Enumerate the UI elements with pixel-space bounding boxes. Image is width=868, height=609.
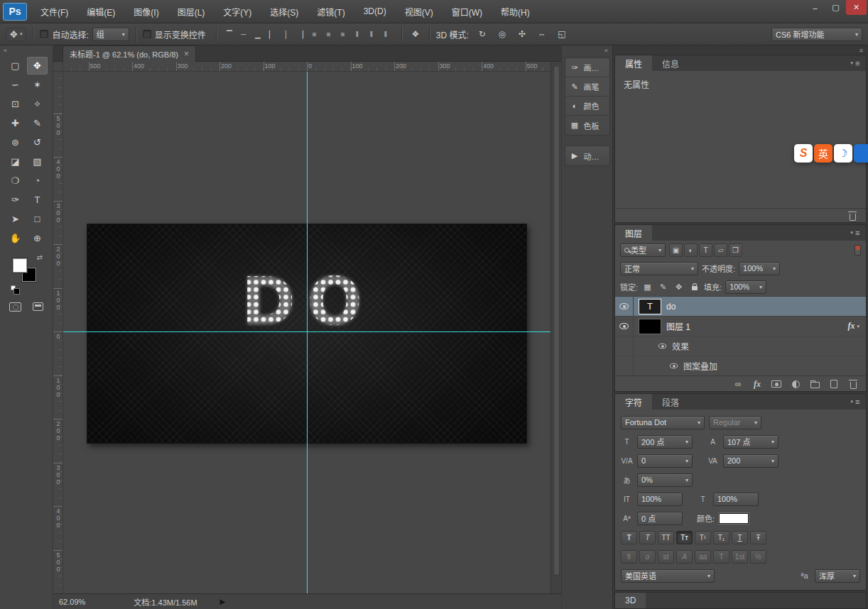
new-group-button[interactable] [810,378,820,390]
lock-position-icon[interactable]: ✥ [673,281,685,293]
adjustment-layer-button[interactable] [791,378,801,390]
layer-row-do[interactable]: T do [615,297,866,317]
distribute-vertical-centers-icon[interactable]: ≡ [322,28,335,40]
small-caps-button[interactable]: Tᴛ [676,531,693,544]
delete-layer-button[interactable] [848,378,858,390]
3d-scale-icon[interactable]: ◱ [555,28,569,40]
vertical-scale-field[interactable]: 100% [637,493,683,506]
layer-name[interactable]: do [666,302,676,312]
magic-wand-tool[interactable]: ✶ [27,76,48,94]
auto-select-dropdown[interactable]: 组 [92,28,129,41]
distribute-horizontal-centers-icon[interactable]: ‖ [365,28,378,40]
menu-help[interactable]: 帮助(H) [492,0,539,23]
type-tool[interactable]: T [27,191,48,209]
zoom-level-field[interactable]: 62.09% [59,598,85,606]
underline-button[interactable]: T [732,531,748,544]
3d-slide-icon[interactable]: ⇔ [535,28,549,40]
3d-rotate-icon[interactable]: ↻ [475,28,489,40]
language-dropdown[interactable]: 美国英语 [621,569,715,583]
crop-tool[interactable]: ⊡ [5,95,26,113]
gradient-tool[interactable]: ▧ [27,153,48,170]
align-vertical-centers-icon[interactable]: ─ [237,28,250,40]
filter-shape-layers-icon[interactable]: ▱ [714,243,727,257]
ad-logo-s[interactable]: S [794,144,813,163]
faux-bold-button[interactable]: T [621,531,637,544]
panel-menu-icon[interactable]: ≡ [845,55,866,71]
default-colors-icon[interactable] [11,285,16,290]
vertical-guide[interactable] [307,72,308,593]
layer-name[interactable]: 图层 1 [666,320,690,332]
filter-type-layers-icon[interactable]: T [699,243,712,257]
add-layer-mask-button[interactable] [771,378,781,390]
new-layer-button[interactable] [829,378,839,390]
all-caps-button[interactable]: TT [658,531,674,544]
align-right-edges-icon[interactable]: ▕ [294,28,307,40]
panel-button-swatches[interactable]: ▦ 色板 [565,116,609,135]
swash-button[interactable]: A [676,550,693,564]
lock-pixels-icon[interactable]: ✎ [657,281,669,293]
filter-adjustment-layers-icon[interactable]: ◐ [684,243,698,257]
opacity-dropdown[interactable]: 100% [739,262,780,275]
vertical-scrollbar[interactable] [550,62,561,593]
menu-window[interactable]: 窗口(W) [443,0,492,23]
foreground-color-swatch[interactable] [13,258,27,273]
visibility-toggle[interactable] [615,317,634,336]
zoom-tool[interactable]: ⊕ [27,229,48,247]
tab-paragraph[interactable]: 段落 [652,394,689,410]
align-left-edges-icon[interactable]: ▏ [266,28,278,40]
tab-3d[interactable]: 3D [615,593,646,608]
visibility-toggle[interactable] [615,297,634,316]
canvas-viewport[interactable]: DO DO [63,72,550,593]
distribute-top-edges-icon[interactable]: ≡ [308,28,321,40]
rectangle-tool[interactable]: □ [27,210,48,228]
3d-drag-icon[interactable]: ✣ [515,28,529,40]
font-size-dropdown[interactable]: 200 点 [637,435,693,449]
effects-row[interactable]: 效果 [615,336,866,356]
panel-menu-icon[interactable]: ≡ [845,225,866,241]
document-tab[interactable]: 未标题-1 @ 62.1% (do, RGB/8) × [63,45,196,62]
eraser-tool[interactable]: ◪ [5,153,26,170]
text-color-swatch[interactable] [719,513,749,524]
menu-edit[interactable]: 编辑(E) [77,0,124,23]
path-selection-tool[interactable]: ➤ [5,210,26,228]
menu-file[interactable]: 文件(F) [31,0,77,23]
horizontal-ruler[interactable]: 5004003002001000100200300400500 [63,62,550,72]
ad-clipped-icon[interactable] [854,144,868,163]
menu-type[interactable]: 文字(Y) [214,0,261,23]
eyedropper-tool[interactable]: ✧ [27,95,48,113]
lasso-tool[interactable]: ∽ [5,76,26,94]
horizontal-scale-field[interactable]: 100% [713,493,759,506]
lock-all-icon[interactable] [688,281,700,293]
filter-pixel-layers-icon[interactable]: ▣ [669,243,683,257]
pattern-overlay-visibility-icon[interactable] [670,363,678,369]
filter-smart-objects-icon[interactable]: ❒ [729,243,742,257]
layer-style-button[interactable]: fx [752,378,762,390]
vertical-ruler[interactable]: 5004003002001000100200300400500 [53,72,63,593]
3d-roll-icon[interactable]: ◎ [495,28,509,40]
align-horizontal-centers-icon[interactable]: │ [280,28,293,40]
menu-3d[interactable]: 3D(D) [354,0,396,23]
scrollbar-thumb[interactable] [553,65,560,576]
ordinals-button[interactable]: 1st [732,550,748,564]
menu-image[interactable]: 图像(I) [124,0,168,23]
anti-alias-dropdown[interactable]: 浑厚 [815,569,860,583]
menu-layer[interactable]: 图层(L) [168,0,215,23]
quick-mask-icon[interactable] [9,302,21,312]
tab-character[interactable]: 字符 [615,394,652,410]
panel-menu-icon[interactable]: ≡ [845,394,866,410]
blend-mode-dropdown[interactable]: 正常 [620,262,698,275]
hand-tool[interactable]: ✋ [5,229,26,247]
distribute-left-edges-icon[interactable]: ‖ [351,28,364,40]
swap-colors-icon[interactable]: ⇄ [37,253,43,261]
history-brush-tool[interactable]: ↺ [27,133,48,151]
tracking-dropdown[interactable]: 200 [723,454,779,468]
current-tool-button[interactable]: ✥ [6,28,26,41]
tab-info[interactable]: 信息 [652,55,689,71]
align-bottom-edges-icon[interactable]: ▁ [251,28,264,40]
effects-visibility-icon[interactable] [658,344,666,349]
link-layers-button[interactable]: ∞ [733,378,743,390]
cs6-new-features-dropdown[interactable]: CS6 新增功能 [771,28,862,41]
close-button[interactable]: ✕ [846,0,867,15]
dodge-tool[interactable]: ◔ [27,172,48,190]
layer-filter-toggle[interactable] [855,245,861,256]
